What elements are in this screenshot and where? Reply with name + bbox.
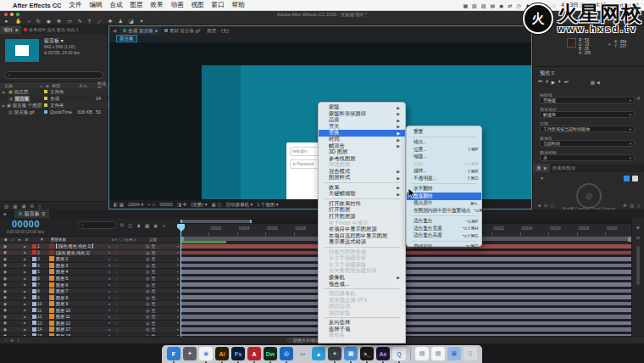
dock-finder[interactable]: F [167,347,180,360]
label-chip[interactable] [31,315,37,319]
dock-illustrator[interactable]: Ai [215,347,229,360]
layer-switches[interactable]: ♠ ／ [108,263,146,267]
next-frame-icon[interactable]: ⏵ [558,79,561,85]
clone-stamp-tool[interactable]: ♟ [119,18,123,25]
eye-icon[interactable]: ◉ [0,308,10,312]
brush-tool[interactable]: ✚ [108,18,113,25]
dock-launchpad[interactable]: ✦ [183,347,197,360]
menu-item-14[interactable]: 关键帧辅助▶ [319,191,405,198]
expander-icon[interactable]: ▶ [24,289,31,293]
layer-switches[interactable]: ♠ ／ [108,282,146,287]
layer-track[interactable] [180,276,631,282]
draft-3d-icon[interactable]: ◫ [128,223,132,228]
dock-quicktime[interactable]: Q [392,347,406,360]
comp-timecode[interactable]: 00000 [160,202,173,207]
label-chip[interactable] [31,257,37,261]
layer-name[interactable]: 图层 6 [56,282,108,288]
pickwhip-icon[interactable]: ◎ [146,276,149,281]
menu-item-22[interactable]: 显示表达式错误 [319,239,405,246]
panel-menu-icon[interactable]: ≡ [42,211,46,216]
tab-footage[interactable]: 素材 留言板.gif [161,26,203,35]
layer-row[interactable]: ◉▶5图层 4♠ ／◎无▾ [0,269,631,276]
channel-icon[interactable]: ▦ [119,202,124,207]
layer-track[interactable] [180,301,631,308]
app-icon-1[interactable]: ▦ [463,3,468,8]
app-icon-2[interactable]: ▧ [472,3,477,8]
layer-duration-bar[interactable] [180,251,631,255]
label-chip[interactable] [31,282,37,287]
first-frame-icon[interactable]: ⏮ [538,79,542,85]
zoom-tool[interactable]: ⌕ [27,18,30,25]
render-icon[interactable]: ◔ [4,338,7,343]
layer-duration-bar[interactable] [180,308,631,312]
pickwhip-icon[interactable]: ◎ [146,327,149,332]
label-chip[interactable] [42,103,50,107]
menubar-item-6[interactable]: 视图 [192,1,204,9]
layer-name[interactable]: 图层 17 [56,327,108,332]
magnification-select[interactable]: 100% ▾ [128,202,143,207]
parent-select[interactable]: ◎无▾ [146,295,180,300]
layer-track[interactable] [180,307,631,314]
dock-trash[interactable]: ▯ [464,347,477,360]
label-chip[interactable] [31,295,37,299]
line-tool[interactable]: ／ [97,18,103,25]
layer-row[interactable]: ◉▶10图层 9♠ ／◎无▾ [0,301,631,308]
layer-name[interactable]: [深色 橙色 纯色 1] [56,243,108,249]
layer-switches[interactable]: ♠ ／ [108,302,146,306]
graph-editor-icon[interactable]: ∿ [162,223,166,228]
library-view-button-1[interactable] [624,176,630,182]
clock-icon[interactable]: ◷ [516,3,520,8]
pickwhip-icon[interactable]: ◎ [146,263,149,268]
parent-select[interactable]: ◎无▾ [146,282,180,288]
notification-center-icon[interactable]: ≡ [636,3,639,8]
preview-field-select-1[interactable]: 帧速率▾ [540,111,635,118]
grid-icon[interactable]: ⊹ [152,202,156,207]
layer-name[interactable]: 图层 10 [56,308,108,313]
dock-chrome[interactable]: ◉ [199,347,213,360]
eraser-tool[interactable]: ◪ [129,18,134,25]
menu-item-38[interactable]: 重命名 [319,332,405,339]
dock-media-app[interactable]: ◎ [280,347,293,360]
volume-icon[interactable]: ◀ [535,3,539,8]
label-chip[interactable] [31,244,37,249]
submenu-item-10[interactable]: 垂直翻转 [407,193,481,200]
preview-field-select-0[interactable]: 空格键▾ [540,97,635,103]
layer-name[interactable]: 图层 2 [56,256,108,261]
menu-item-29[interactable]: 预合成... [319,281,405,288]
menubar-item-2[interactable]: 合成 [110,1,123,9]
menubar-item-8[interactable]: 帮助 [232,1,245,9]
pickwhip-icon[interactable]: ◎ [146,282,149,288]
menubar-item-5[interactable]: 动画 [171,1,184,9]
parent-select[interactable]: ◎无▾ [146,250,180,255]
expander-icon[interactable]: ▶ [24,302,31,306]
motion-blur-icon[interactable]: ◉ [153,223,158,228]
expander-icon[interactable]: ▶ [24,244,31,249]
expander-icon[interactable]: ▶ [24,321,31,325]
eye-icon[interactable]: ◉ [0,250,10,254]
comp-mini-flowchart-icon[interactable]: ⧉ [120,222,124,228]
menu-item-11[interactable]: 图层样式▶ [319,175,405,182]
layer-duration-bar[interactable] [180,295,631,299]
parent-select[interactable]: ◎无▾ [146,276,180,281]
preview-field-select-2[interactable]: 工作区域按当前时间延伸▾ [540,126,635,132]
menubar-clock[interactable]: 4月3日 周三 14:16 [561,2,606,9]
audio-icon[interactable]: ◀ [596,80,599,85]
trash-icon[interactable]: ▯ [637,203,640,208]
expander-icon[interactable]: ▶ [24,327,31,332]
navigator-crumb[interactable]: 留言板 [116,35,137,42]
new-comp-icon[interactable]: ⊞ [31,204,35,209]
expander-icon[interactable]: ▶ [24,257,31,261]
parent-select[interactable]: ◎无▾ [146,263,180,268]
layer-track[interactable] [180,314,631,321]
type-tool[interactable]: T [88,18,92,25]
gear-icon[interactable]: ⛭ [636,235,640,241]
submenu-item-9[interactable]: 水平翻转 [407,186,481,193]
layer-row[interactable]: ◉▶13图层 12♠ ／◎无▾ [0,321,631,327]
eye-icon[interactable]: ◉ [0,302,10,306]
layer-row[interactable]: ◉▶4图层 3♠ ／◎无▾ [0,263,631,270]
tab-scroll-left-icon[interactable]: ◀ [0,209,6,218]
dock-display-prefs[interactable]: ▭ [296,347,309,360]
color-depth-icon[interactable]: ▥ [4,204,8,209]
layer-switches[interactable]: ♠ ／ [108,315,146,319]
exposure-icon[interactable]: ❖ [183,202,187,207]
